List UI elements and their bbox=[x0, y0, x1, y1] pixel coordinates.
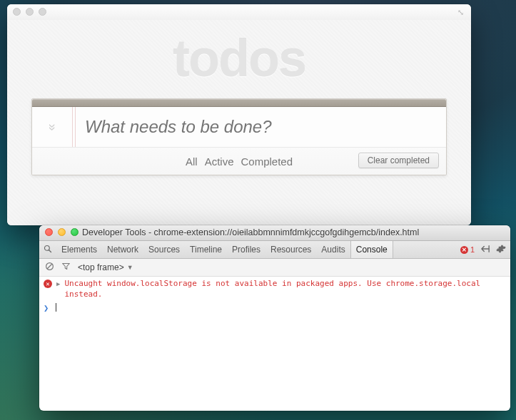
new-todo-row: » bbox=[32, 107, 446, 148]
tab-elements[interactable]: Elements bbox=[56, 241, 102, 258]
app-traffic-lights bbox=[13, 8, 46, 16]
devtools-window-title: Developer Tools - chrome-extension://oie… bbox=[82, 225, 503, 240]
frame-selector-label: <top frame> bbox=[78, 262, 124, 272]
error-count-badge[interactable]: ✕ 1 bbox=[460, 245, 475, 254]
card-header-bar bbox=[32, 99, 446, 107]
error-icon: ✕ bbox=[460, 246, 468, 254]
devtools-tabs: Elements Network Sources Timeline Profil… bbox=[39, 241, 510, 259]
tab-profiles[interactable]: Profiles bbox=[227, 241, 265, 258]
devtools-titlebar[interactable]: Developer Tools - chrome-extension://oie… bbox=[39, 225, 510, 241]
close-icon[interactable] bbox=[13, 8, 21, 16]
tab-timeline[interactable]: Timeline bbox=[185, 241, 227, 258]
app-body: todos » All Active Completed Clear compl… bbox=[7, 20, 471, 225]
console-caret bbox=[56, 303, 56, 312]
tab-console[interactable]: Console bbox=[350, 241, 393, 258]
tab-audits[interactable]: Audits bbox=[316, 241, 350, 258]
toggle-all-button[interactable]: » bbox=[32, 120, 72, 135]
gear-icon[interactable] bbox=[496, 244, 506, 256]
search-icon[interactable] bbox=[42, 245, 54, 255]
console-prompt-icon: ❯ bbox=[44, 303, 51, 313]
tab-network[interactable]: Network bbox=[102, 241, 143, 258]
new-todo-input[interactable] bbox=[72, 117, 446, 137]
frame-selector[interactable]: <top frame> ▼ bbox=[78, 262, 133, 272]
minimize-icon[interactable] bbox=[58, 228, 66, 236]
devtools-traffic-lights bbox=[45, 228, 79, 236]
clear-console-icon[interactable] bbox=[45, 262, 54, 273]
chevron-down-icon: ▼ bbox=[127, 264, 133, 271]
zoom-icon[interactable] bbox=[71, 228, 79, 236]
console-output[interactable]: ✕ ▶ Uncaught window.localStorage is not … bbox=[39, 275, 510, 411]
svg-line-1 bbox=[49, 250, 51, 252]
app-title: todos bbox=[31, 33, 447, 84]
filter-completed[interactable]: Completed bbox=[241, 155, 293, 168]
console-error-message: Uncaught window.localStorage is not avai… bbox=[64, 279, 505, 300]
fullscreen-icon[interactable]: ⤢ bbox=[456, 9, 465, 16]
filter-active[interactable]: Active bbox=[205, 155, 234, 168]
chevron-down-icon: » bbox=[44, 123, 59, 130]
zoom-icon[interactable] bbox=[39, 8, 46, 16]
console-error-row[interactable]: ✕ ▶ Uncaught window.localStorage is not … bbox=[44, 277, 505, 302]
tab-sources[interactable]: Sources bbox=[143, 241, 185, 258]
error-count: 1 bbox=[470, 245, 475, 254]
app-titlebar[interactable]: ⤢ bbox=[7, 4, 471, 21]
filter-icon[interactable] bbox=[61, 262, 71, 273]
tab-resources[interactable]: Resources bbox=[265, 241, 316, 258]
filters-row: All Active Completed Clear completed bbox=[32, 148, 446, 175]
devtools-right-icons: ✕ 1 bbox=[460, 241, 506, 258]
filter-all[interactable]: All bbox=[186, 155, 198, 168]
todo-card: » All Active Completed Clear completed bbox=[31, 98, 447, 175]
devtools-window: Developer Tools - chrome-extension://oie… bbox=[39, 225, 510, 411]
desktop-background: ⤢ todos » All Active Completed Clear com… bbox=[0, 0, 516, 420]
console-prompt-row[interactable]: ❯ bbox=[44, 302, 505, 314]
svg-line-4 bbox=[47, 264, 52, 269]
expand-arrow-icon[interactable]: ▶ bbox=[56, 280, 60, 287]
clear-completed-button[interactable]: Clear completed bbox=[358, 153, 439, 168]
error-icon: ✕ bbox=[44, 280, 52, 288]
close-icon[interactable] bbox=[45, 228, 53, 236]
todos-app-window: ⤢ todos » All Active Completed Clear com… bbox=[7, 4, 471, 225]
drawer-toggle-icon[interactable] bbox=[480, 245, 490, 255]
minimize-icon[interactable] bbox=[26, 8, 34, 16]
